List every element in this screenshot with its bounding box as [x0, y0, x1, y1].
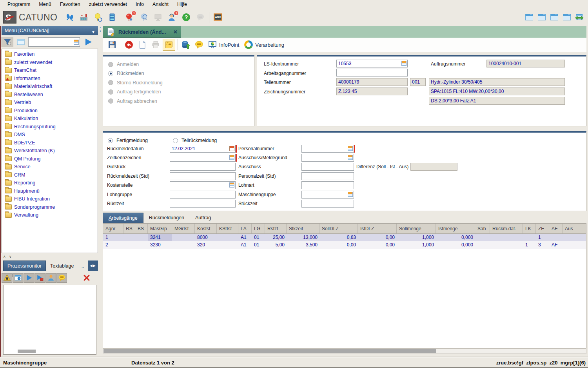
table-hscrollbar[interactable] [103, 348, 586, 354]
tab-prozessmonitor[interactable]: Prozessmonitor [3, 261, 46, 271]
input-r-ckmeldedatum[interactable] [170, 145, 236, 153]
column-header-la[interactable]: LA [238, 224, 252, 233]
column-header-masgrp[interactable]: MasGrp [148, 224, 172, 233]
undo-button[interactable] [123, 39, 135, 51]
table-cell[interactable] [217, 234, 238, 241]
table-cell[interactable]: 0,00 [358, 241, 397, 249]
table-cell[interactable]: 0,00 [358, 234, 397, 241]
column-header-kstist[interactable]: KStIst [217, 224, 238, 233]
sidebar-item-werkstoffdaten-k-[interactable]: Werkstoffdaten (K) [2, 147, 98, 155]
table-cell[interactable]: 3 [536, 241, 549, 249]
column-header-sollmenge[interactable]: Sollmenge [397, 224, 436, 233]
column-header-stkzeit[interactable]: Stkzeit [287, 224, 319, 233]
tab-rueckmelden[interactable]: Rückmelden (Änd... ✕ [103, 26, 181, 38]
table-cell[interactable] [135, 234, 148, 241]
radio-teilrueckmeldung[interactable]: Teilrückmeldung [173, 137, 217, 144]
sidebar-splitter[interactable]: ‹› [98, 26, 102, 357]
tab-textablage[interactable]: Textablage [46, 262, 78, 271]
table-cell[interactable]: A1 [238, 241, 252, 249]
verarbeitung-button[interactable]: Verarbeitung [244, 40, 284, 49]
input-lohngruppe[interactable] [170, 191, 236, 199]
monitor-button[interactable] [151, 10, 165, 24]
sidebar-item-crm[interactable]: CRM [2, 171, 98, 179]
footprints-button[interactable] [63, 10, 77, 24]
column-header-lk[interactable]: LK [523, 224, 536, 233]
menu-info[interactable]: Info [131, 0, 148, 9]
sidebar-search-input[interactable] [28, 37, 80, 47]
idea-pin-button[interactable] [91, 10, 105, 24]
support-agent-button[interactable]: 1 [165, 10, 179, 24]
save-button[interactable] [106, 39, 118, 51]
column-header-rs[interactable]: RS [123, 224, 135, 233]
table-row[interactable]: 23230320A1015,003,5000,000,001,0000,0001… [103, 241, 586, 249]
chat-button[interactable] [193, 10, 207, 24]
sidebar-item-materialwirtschaft[interactable]: Materialwirtschaft [2, 82, 98, 91]
sidebar-item-dms[interactable]: DMS [2, 131, 98, 139]
menu-favoriten[interactable]: Favoriten [56, 0, 85, 9]
input-personalzeit-std-[interactable] [301, 172, 354, 180]
sidebar-item-vertrieb[interactable]: Vertrieb [2, 98, 98, 107]
column-header-af[interactable]: AF [549, 224, 563, 233]
sidebar-item-rechnungspr-fung[interactable]: Rechnungsprüfung [2, 123, 98, 131]
column-header-bs[interactable]: BS [135, 224, 148, 233]
table-row[interactable]: 132418000A10125,0013,0000,630,001,0000,0… [103, 234, 586, 241]
table-cell[interactable]: 1 [523, 241, 536, 249]
window-button[interactable] [535, 10, 548, 24]
table-cell[interactable]: 8000 [195, 234, 217, 241]
pin-alert-button[interactable]: 1 [123, 10, 137, 24]
window-view-button[interactable] [15, 37, 27, 47]
input-gutst-ck[interactable] [170, 163, 236, 171]
lookup-icon[interactable] [401, 61, 407, 66]
ls-ident-input[interactable] [336, 60, 408, 67]
column-header-istdlz[interactable]: IstDLZ [358, 224, 397, 233]
menu-zuletzt-verwendet[interactable]: zuletzt verwendet [85, 0, 131, 9]
table-cell[interactable]: 3241 [148, 234, 172, 241]
input-st-ckzeit[interactable] [301, 200, 354, 208]
process-hscrollbar[interactable] [18, 350, 36, 353]
chevron-down-icon[interactable]: ▼ [91, 27, 95, 37]
tab-scroll-arrows[interactable]: ◀▶ [88, 261, 98, 271]
table-cell[interactable] [490, 234, 523, 241]
table-cell[interactable]: 5,00 [265, 241, 287, 249]
column-header-mgrist[interactable]: MGrIst [172, 224, 195, 233]
input-lohnart[interactable] [301, 181, 354, 189]
menu-ansicht[interactable]: Ansicht [148, 0, 173, 9]
help-button[interactable]: ? [179, 10, 193, 24]
sidebar-item-hauptmen-[interactable]: Hauptmenü [2, 187, 98, 195]
input-zeitkennzeichen[interactable] [170, 154, 236, 162]
sidebar-item-bde-pze[interactable]: BDE/PZE [2, 139, 98, 147]
sidebar-item-qm-pr-fung[interactable]: QM Prüfung [2, 155, 98, 163]
table-cell[interactable] [217, 241, 238, 249]
notes-button[interactable] [163, 39, 175, 51]
play-stop-button[interactable] [34, 273, 45, 283]
radio-r-ckmelden[interactable]: Rückmelden [108, 69, 144, 77]
sidebar-item-kalkulation[interactable]: Kalkulation [2, 115, 98, 123]
calendar-icon[interactable] [229, 146, 234, 151]
warning-button[interactable] [2, 273, 12, 283]
table-cell[interactable] [490, 241, 523, 249]
table-cell[interactable] [123, 234, 135, 241]
window-switch-button[interactable] [573, 10, 586, 24]
table-cell[interactable] [475, 241, 490, 249]
column-header-agnr[interactable]: Agnr [103, 224, 123, 233]
input-ausschuss-meldegrund[interactable] [301, 154, 354, 162]
sidebar-item-zuletzt-verwendet[interactable]: zuletzt verwendet [2, 58, 98, 67]
lookup-icon[interactable] [348, 146, 353, 151]
table-cell[interactable] [172, 234, 195, 241]
panel-updown-icons[interactable]: ∧ ∨ [3, 255, 13, 259]
table-cell[interactable]: 2 [103, 241, 123, 249]
table-cell[interactable]: 0,63 [319, 234, 358, 241]
table-cell[interactable]: 1 [103, 234, 123, 241]
input-ausschuss[interactable] [301, 163, 354, 171]
db-upload-button[interactable] [180, 39, 192, 51]
server-button[interactable] [105, 10, 119, 24]
tabs-more[interactable]: .. [82, 264, 84, 268]
table-cell[interactable]: 13,000 [287, 234, 319, 241]
table-cell[interactable] [123, 241, 135, 249]
print-button[interactable] [149, 39, 162, 51]
table-cell[interactable]: 1,000 [397, 234, 436, 241]
table-cell[interactable]: A1 [238, 234, 252, 241]
input-maschinengruppe[interactable] [301, 191, 354, 199]
table-cell[interactable]: 25,00 [265, 234, 287, 241]
input-r-ckmeldezeit-std-[interactable] [170, 172, 236, 180]
